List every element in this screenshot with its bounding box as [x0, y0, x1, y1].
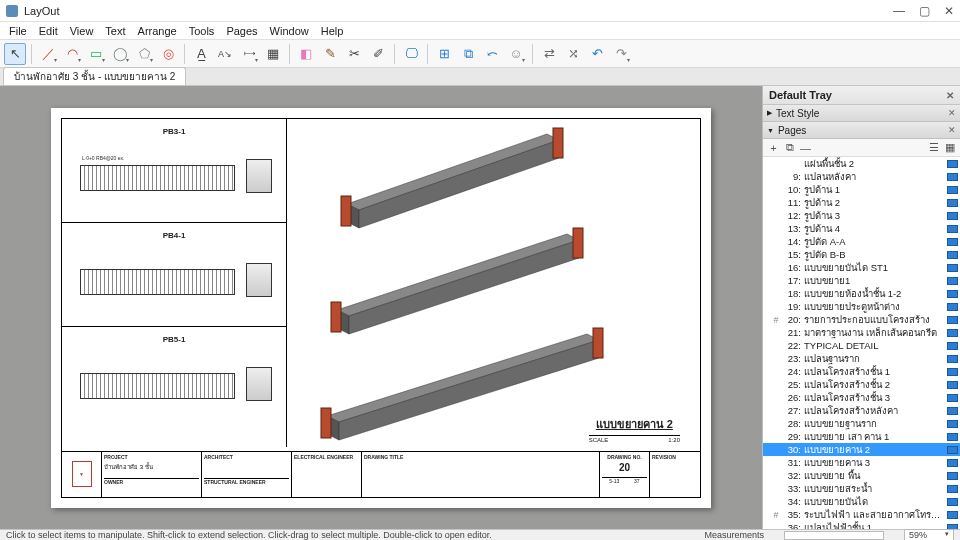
maximize-button[interactable]: ▢ [919, 4, 930, 18]
svg-marker-10 [327, 334, 599, 422]
presentation-icon[interactable] [947, 225, 958, 233]
presentation-icon[interactable] [947, 212, 958, 220]
presentation-icon[interactable] [947, 420, 958, 428]
measurements-input[interactable] [784, 531, 884, 540]
presentation-icon[interactable] [947, 407, 958, 415]
svg-marker-2 [359, 140, 559, 228]
label-tool[interactable]: A↘ [214, 43, 236, 65]
remove-page-icon[interactable]: — [799, 142, 812, 154]
menu-text[interactable]: Text [100, 24, 130, 38]
arc-tool[interactable]: ◠ [61, 43, 83, 65]
presentation-icon[interactable] [947, 277, 958, 285]
select-tool[interactable]: ↖ [4, 43, 26, 65]
presentation-icon[interactable] [947, 290, 958, 298]
menu-pages[interactable]: Pages [221, 24, 262, 38]
page-row[interactable]: 21:มาตราฐานงาน เหล็กเส้นคอนกรีต [763, 326, 960, 339]
zoom-input[interactable]: 59% ▾ [904, 529, 954, 540]
flip-h-button[interactable]: ⇄ [538, 43, 560, 65]
presentation-icon[interactable] [947, 368, 958, 376]
presentation-icon[interactable] [947, 238, 958, 246]
presentation-icon[interactable] [947, 485, 958, 493]
svg-marker-0 [347, 134, 559, 210]
duplicate-page-icon[interactable]: ⧉ [783, 141, 796, 154]
svg-rect-14 [593, 328, 603, 358]
presentation-icon[interactable] [947, 199, 958, 207]
menu-window[interactable]: Window [265, 24, 314, 38]
document-tab[interactable]: บ้านพักอาศัย 3 ชั้น - แบบขยายคาน 2 [3, 67, 186, 85]
add-page-button[interactable]: ⊞ [433, 43, 455, 65]
svg-rect-3 [341, 196, 351, 226]
minimize-button[interactable]: — [893, 4, 905, 18]
presentation-icon[interactable] [947, 173, 958, 181]
pages-list[interactable]: แผ่นพื้นชั้น 29:แปลนหลังคา10:รูปด้าน 111… [763, 157, 960, 529]
isometric-view [297, 124, 697, 444]
menu-help[interactable]: Help [316, 24, 349, 38]
status-bar: Click to select items to manipulate. Shi… [0, 529, 960, 540]
menu-edit[interactable]: Edit [34, 24, 63, 38]
polygon-tool[interactable]: ⬠ [133, 43, 155, 65]
tray-close-icon[interactable]: ✕ [946, 90, 954, 101]
presentation-icon[interactable] [947, 186, 958, 194]
presentation-icon[interactable] [947, 433, 958, 441]
svg-rect-8 [331, 302, 341, 332]
split-tool[interactable]: ✂ [343, 43, 365, 65]
menu-file[interactable]: File [4, 24, 32, 38]
pages-panel-header[interactable]: ▼Pages✕ [763, 122, 960, 139]
style-tool[interactable]: ✎ [319, 43, 341, 65]
status-hint: Click to select items to manipulate. Shi… [6, 530, 684, 540]
circle-tool[interactable]: ◯ [109, 43, 131, 65]
presentation-icon[interactable] [947, 316, 958, 324]
page-row[interactable]: 36:แปลนไฟฟ้าชั้น 1 [763, 521, 960, 529]
svg-marker-12 [339, 340, 599, 440]
text-tool[interactable]: A̲ [190, 43, 212, 65]
join-tool[interactable]: ✐ [367, 43, 389, 65]
table-tool[interactable]: ▦ [262, 43, 284, 65]
redo-button[interactable]: ↷ [610, 43, 632, 65]
tray-header[interactable]: Default Tray✕ [763, 86, 960, 105]
titleblock: ▼ PROJECT บ้านพักอาศัย 3 ชั้น OWNER ARCH… [62, 451, 700, 497]
svg-marker-5 [337, 234, 579, 316]
measurements-label: Measurements [704, 530, 764, 540]
default-tray: Default Tray✕ ▶Text Style✕ ▼Pages✕ + ⧉ —… [762, 86, 960, 529]
flip-v-button[interactable]: ⤮ [562, 43, 584, 65]
text-style-panel-header[interactable]: ▶Text Style✕ [763, 105, 960, 122]
document-tabs: บ้านพักอาศัย 3 ชั้น - แบบขยายคาน 2 [0, 68, 960, 86]
rectangle-tool[interactable]: ▭ [85, 43, 107, 65]
dimension-tool[interactable]: ⟼ [238, 43, 260, 65]
canvas[interactable]: PB3-1 L·0+0 RB4@20 ex. PB4-1 PB5-1 [0, 86, 762, 529]
add-page-icon[interactable]: + [767, 142, 780, 154]
menu-tools[interactable]: Tools [184, 24, 220, 38]
duplicate-page-button[interactable]: ⧉ [457, 43, 479, 65]
close-button[interactable]: ✕ [944, 4, 954, 18]
presentation-icon[interactable] [947, 329, 958, 337]
presentation-icon[interactable] [947, 251, 958, 259]
svg-rect-4 [553, 128, 563, 158]
presentation-icon[interactable] [947, 264, 958, 272]
prev-page-button[interactable]: ⤺ [481, 43, 503, 65]
window-title: LayOut [24, 5, 893, 17]
presentation-icon[interactable] [947, 160, 958, 168]
account-button[interactable]: ☺ [505, 43, 527, 65]
eraser-tool[interactable]: ◧ [295, 43, 317, 65]
list-view-icon[interactable]: ☰ [927, 141, 940, 154]
presentation-icon[interactable] [947, 511, 958, 519]
menu-view[interactable]: View [65, 24, 99, 38]
presentation-icon[interactable] [947, 342, 958, 350]
undo-button[interactable]: ↶ [586, 43, 608, 65]
menu-arrange[interactable]: Arrange [133, 24, 182, 38]
presentation-icon[interactable] [947, 459, 958, 467]
grid-view-icon[interactable]: ▦ [943, 141, 956, 154]
drawing-page[interactable]: PB3-1 L·0+0 RB4@20 ex. PB4-1 PB5-1 [51, 108, 711, 508]
beam-label-3: PB5-1 [62, 335, 286, 344]
presentation-icon[interactable] [947, 394, 958, 402]
presentation-icon[interactable] [947, 498, 958, 506]
presentation-icon[interactable] [947, 303, 958, 311]
presentation-icon[interactable] [947, 381, 958, 389]
presentation-icon[interactable] [947, 472, 958, 480]
present-button[interactable]: 🖵 [400, 43, 422, 65]
line-tool[interactable]: ／ [37, 43, 59, 65]
presentation-icon[interactable] [947, 355, 958, 363]
offset-tool[interactable]: ◎ [157, 43, 179, 65]
app-icon [6, 5, 18, 17]
presentation-icon[interactable] [947, 446, 958, 454]
